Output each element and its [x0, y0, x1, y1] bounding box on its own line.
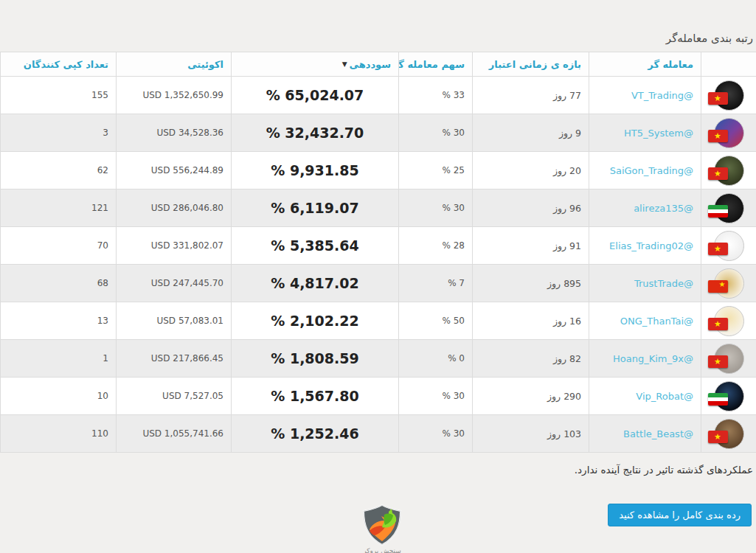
trader-name-link[interactable]: VT_Trading@ — [589, 77, 701, 114]
copiers-count-cell: 3 — [1, 114, 117, 152]
equity-cell: USD 217,866.45 — [117, 340, 232, 378]
view-full-ranking-button[interactable]: رده بندی کامل را مشاهده کنید — [608, 504, 752, 526]
copiers-count-cell: 110 — [1, 415, 117, 453]
table-row: Battle_Beast@ 103 روز % 30 % 1,252.46 US… — [1, 415, 756, 453]
avatar-cell — [701, 378, 756, 415]
table-row: HT5_System@ 9 روز % 30 % 32,432.70 USD 3… — [1, 114, 756, 152]
column-header-profit-label: سوددهی — [350, 59, 391, 70]
trader-name-link[interactable]: SaiGon_Trading@ — [589, 152, 701, 189]
table-row: alireza135@ 96 روز % 30 % 6,119.07 USD 2… — [1, 189, 756, 227]
country-flag-icon — [708, 167, 728, 180]
trader-ranking-page: رتبه بندی معامله‌گر معامله گر بازه ی زما… — [0, 0, 756, 553]
equity-cell: USD 247,445.70 — [117, 265, 232, 302]
copiers-count-cell: 155 — [1, 77, 117, 114]
profitability-cell: % 32,432.70 — [232, 114, 399, 152]
avatar-cell — [701, 114, 756, 152]
trader-share-cell: % 30 — [399, 378, 473, 415]
validity-period-cell: 77 روز — [473, 77, 589, 114]
avatar[interactable] — [714, 381, 744, 411]
trader-share-cell: % 0 — [399, 340, 473, 378]
profitability-cell: % 1,808.59 — [232, 340, 399, 378]
column-header-equity[interactable]: اکوئیتی — [117, 52, 232, 77]
country-flag-icon — [708, 92, 728, 105]
column-header-profit[interactable]: سوددهی▼ — [232, 52, 399, 77]
copiers-count-cell: 68 — [1, 265, 117, 302]
avatar[interactable] — [714, 344, 744, 374]
country-flag-icon — [708, 243, 728, 255]
validity-period-cell: 9 روز — [473, 114, 589, 152]
avatar-cell — [701, 415, 756, 453]
avatar[interactable] — [714, 306, 744, 336]
avatar[interactable] — [714, 231, 744, 261]
table-row: ONG_ThanTai@ 16 روز % 50 % 2,102.22 USD … — [1, 302, 756, 340]
profitability-cell: % 1,567.80 — [232, 378, 399, 415]
equity-cell: USD 7,527.05 — [117, 378, 232, 415]
equity-cell: USD 556,244.89 — [117, 152, 232, 189]
page-title: رتبه بندی معامله‌گر — [666, 32, 753, 45]
column-header-trader[interactable]: معامله گر — [589, 52, 701, 77]
site-logo-caption: سنجش بروکر — [348, 547, 416, 553]
trader-name-link[interactable]: Elias_Trading02@ — [589, 227, 701, 265]
trader-name-link[interactable]: ONG_ThanTai@ — [589, 302, 701, 340]
country-flag-icon — [708, 280, 728, 293]
avatar[interactable] — [714, 268, 744, 299]
trader-name-link[interactable]: Vip_Robat@ — [589, 378, 701, 415]
past-performance-disclaimer: عملکردهای گذشته تاثیر در نتایج آینده ندا… — [575, 464, 753, 476]
profitability-cell: % 9,931.85 — [232, 152, 399, 189]
avatar[interactable] — [714, 118, 744, 148]
column-header-copiers[interactable]: تعداد کپی کنندگان — [1, 52, 117, 77]
copiers-count-cell: 1 — [1, 340, 117, 378]
country-flag-icon — [708, 393, 728, 406]
column-header-period[interactable]: بازه ی زمانی اعتبار — [473, 52, 589, 77]
profitability-cell: % 65,024.07 — [232, 77, 399, 114]
avatar[interactable] — [714, 193, 744, 223]
country-flag-icon — [708, 130, 728, 142]
avatar-cell — [701, 302, 756, 340]
trader-share-cell: % 28 — [399, 227, 473, 265]
trader-name-link[interactable]: alireza135@ — [589, 189, 701, 227]
avatar[interactable] — [714, 80, 744, 111]
column-header-share[interactable]: سهم معامله گر — [399, 52, 473, 77]
trader-share-cell: % 25 — [399, 152, 473, 189]
trader-name-link[interactable]: Hoang_Kim_9x@ — [589, 340, 701, 378]
equity-cell: USD 286,046.80 — [117, 189, 232, 227]
avatar-cell — [701, 152, 756, 189]
bull-bear-shield-icon — [359, 504, 405, 546]
validity-period-cell: 103 روز — [473, 415, 589, 453]
validity-period-cell: 895 روز — [473, 265, 589, 302]
avatar[interactable] — [714, 419, 744, 449]
validity-period-cell: 82 روز — [473, 340, 589, 378]
country-flag-icon — [708, 431, 728, 443]
profitability-cell: % 5,385.64 — [232, 227, 399, 265]
country-flag-icon — [708, 205, 728, 218]
avatar-cell — [701, 265, 756, 302]
table-row: Vip_Robat@ 290 روز % 30 % 1,567.80 USD 7… — [1, 378, 756, 415]
avatar-cell — [701, 77, 756, 114]
trader-name-link[interactable]: Battle_Beast@ — [589, 415, 701, 453]
copiers-count-cell: 121 — [1, 189, 117, 227]
profitability-cell: % 6,119.07 — [232, 189, 399, 227]
validity-period-cell: 290 روز — [473, 378, 589, 415]
country-flag-icon — [708, 318, 728, 330]
sort-desc-icon[interactable]: ▼ — [342, 60, 347, 68]
table-row: Hoang_Kim_9x@ 82 روز % 0 % 1,808.59 USD … — [1, 340, 756, 378]
table-row: VT_Trading@ 77 روز % 33 % 65,024.07 USD … — [1, 77, 756, 114]
avatar-cell — [701, 340, 756, 378]
trader-share-cell: % 33 — [399, 77, 473, 114]
table-header-row: معامله گر بازه ی زمانی اعتبار سهم معامله… — [1, 52, 756, 77]
avatar-cell — [701, 189, 756, 227]
trader-name-link[interactable]: TrustTrade@ — [589, 265, 701, 302]
trader-share-cell: % 30 — [399, 415, 473, 453]
equity-cell: USD 57,083.01 — [117, 302, 232, 340]
trader-share-cell: % 50 — [399, 302, 473, 340]
profitability-cell: % 2,102.22 — [232, 302, 399, 340]
copiers-count-cell: 10 — [1, 378, 117, 415]
equity-cell: USD 34,528.36 — [117, 114, 232, 152]
trader-name-link[interactable]: HT5_System@ — [589, 114, 701, 152]
profitability-cell: % 4,817.02 — [232, 265, 399, 302]
table-row: SaiGon_Trading@ 20 روز % 25 % 9,931.85 U… — [1, 152, 756, 189]
avatar-cell — [701, 227, 756, 265]
table-row: TrustTrade@ 895 روز % 7 % 4,817.02 USD 2… — [1, 265, 756, 302]
equity-cell: USD 1,352,650.99 — [117, 77, 232, 114]
avatar[interactable] — [714, 156, 744, 186]
